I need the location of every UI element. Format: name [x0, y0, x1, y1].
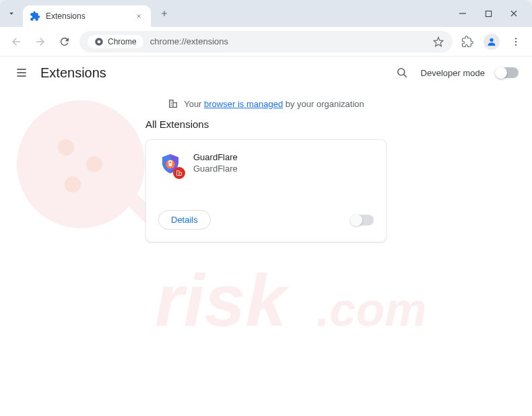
developer-mode-label: Developer mode: [421, 68, 485, 78]
chrome-chip: Chrome: [88, 35, 143, 48]
svg-point-2: [98, 40, 101, 43]
extension-icon-wrap: [158, 152, 182, 176]
content-area: PC risk .com Extensions Developer mode Y…: [0, 57, 532, 416]
reload-button[interactable]: [55, 32, 74, 51]
omnibox-url: chrome://extensions: [150, 36, 228, 46]
omnibox[interactable]: Chrome chrome://extensions: [79, 31, 453, 53]
avatar-icon: [484, 34, 500, 50]
profile-button[interactable]: [482, 32, 501, 51]
new-tab-button[interactable]: [155, 4, 174, 23]
svg-rect-17: [169, 164, 172, 167]
extension-name: GuardFlare: [193, 152, 238, 162]
hamburger-icon[interactable]: [13, 65, 30, 81]
page-title: Extensions: [40, 65, 106, 81]
browser-tab[interactable]: Extensions: [23, 5, 151, 27]
toggle-knob: [495, 67, 507, 79]
chrome-icon: [94, 37, 104, 46]
extension-icon: [30, 11, 40, 22]
bookmark-icon[interactable]: [432, 36, 444, 48]
banner-suffix: by your organization: [283, 99, 364, 109]
svg-text:risk: risk: [155, 258, 290, 341]
chrome-chip-label: Chrome: [108, 37, 137, 46]
section-title: All Extensions: [145, 118, 532, 130]
toolbar: Chrome chrome://extensions: [0, 27, 532, 57]
svg-point-3: [490, 38, 493, 41]
back-button[interactable]: [7, 32, 26, 51]
tabs-dropdown-icon[interactable]: [4, 6, 19, 21]
window-controls: [457, 7, 528, 20]
building-icon: [168, 98, 178, 109]
banner-prefix: Your: [184, 99, 204, 109]
svg-point-4: [515, 38, 517, 39]
close-button[interactable]: [508, 7, 520, 20]
titlebar: Extensions: [0, 0, 532, 27]
extensions-section: All Extensions: [0, 118, 532, 242]
developer-mode-toggle[interactable]: [496, 67, 519, 78]
maximize-button[interactable]: [482, 7, 494, 20]
svg-point-6: [515, 44, 517, 45]
forward-button[interactable]: [31, 32, 50, 51]
minimize-button[interactable]: [457, 7, 469, 20]
menu-button[interactable]: [506, 32, 525, 51]
svg-text:.com: .com: [317, 283, 426, 336]
managed-banner: Your browser is managed by your organiza…: [0, 89, 532, 118]
toggle-knob: [350, 214, 362, 226]
extension-description: GuardFlare: [193, 164, 238, 174]
svg-point-15: [397, 69, 404, 75]
managed-link[interactable]: browser is managed: [204, 99, 283, 109]
close-icon[interactable]: [133, 11, 144, 22]
extensions-button[interactable]: [458, 32, 477, 51]
managed-badge-icon: [173, 167, 185, 179]
extension-card: GuardFlare GuardFlare Details: [145, 139, 387, 242]
search-icon[interactable]: [394, 65, 410, 81]
extension-toggle[interactable]: [351, 215, 374, 226]
svg-point-5: [515, 40, 517, 42]
tab-title: Extensions: [46, 11, 128, 21]
svg-rect-0: [486, 11, 491, 16]
details-button[interactable]: Details: [158, 210, 211, 230]
content-header: Extensions Developer mode: [0, 57, 532, 89]
browser-window: Extensions Chrome chrome://extensions: [0, 0, 532, 416]
